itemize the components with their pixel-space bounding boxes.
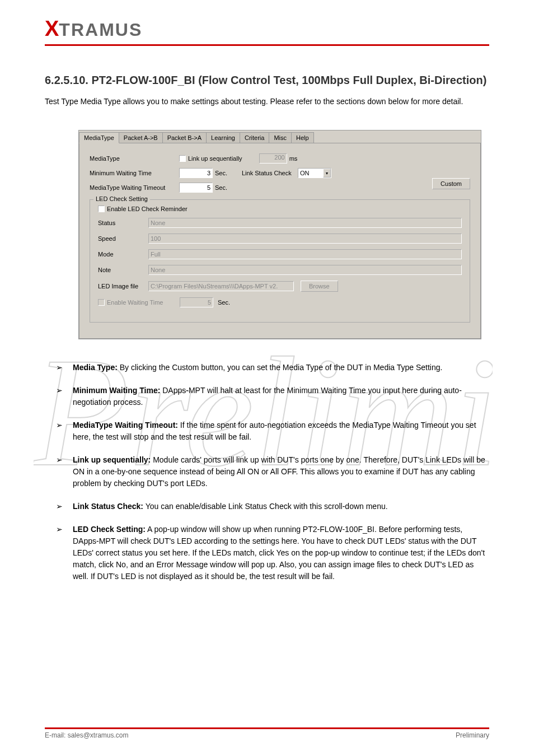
custom-button[interactable]: Custom	[432, 178, 470, 189]
logo: XTRAMUS	[45, 17, 489, 41]
bullet-item: ➢Link up sequentially: Module cards' por…	[56, 454, 489, 489]
status-input	[148, 218, 462, 228]
footer: E-mail: sales@xtramus.com Preliminary	[45, 727, 489, 739]
bullet-item: ➢MediaType Waiting Timeout: If the time …	[56, 419, 489, 443]
bullet-label: Minimum Waiting Time:	[73, 386, 160, 395]
bullet-icon: ➢	[56, 362, 73, 374]
led-check-fieldset: LED Check Setting Enable LED Check Remin…	[90, 199, 470, 323]
mode-input	[148, 249, 462, 259]
enable-led-label: Enable LED Check Reminder	[107, 206, 188, 212]
led-image-label: LED Image file	[98, 283, 148, 290]
bullet-item: ➢Media Type: By clicking the Custom butt…	[56, 362, 489, 374]
header-rule	[45, 44, 489, 46]
footer-right: Preliminary	[456, 731, 489, 739]
bullet-icon: ➢	[56, 501, 73, 512]
bullet-icon: ➢	[56, 454, 73, 489]
speed-input	[148, 234, 462, 244]
min-wait-label: Minimum Waiting Time	[90, 170, 179, 176]
bullet-item: ➢Link Status Check: You can enable/disab…	[56, 501, 489, 512]
footer-rule	[45, 727, 489, 729]
enable-wait-label: Enable Waiting Time	[107, 299, 180, 306]
enable-led-checkbox[interactable]	[98, 206, 105, 212]
tab-packet-ba[interactable]: Packet B->A	[162, 132, 207, 143]
bullet-body: By clicking the Custom button, you can s…	[120, 363, 443, 372]
heading-title: PT2-FLOW-100F_BI (Flow Control Test, 100…	[91, 74, 486, 86]
sec-label-1: Sec.	[215, 170, 237, 176]
tab-help[interactable]: Help	[291, 132, 314, 143]
note-label: Note	[98, 267, 148, 273]
note-input	[148, 265, 462, 275]
heading-num: 6.2.5.10.	[45, 74, 88, 86]
speed-label: Speed	[98, 235, 148, 242]
tab-criteria[interactable]: Criteria	[240, 132, 269, 143]
intro-text: Test Type Media Type allows you to make …	[45, 96, 489, 108]
link-status-select[interactable]: ON ▾	[298, 168, 331, 178]
settings-panel: MediaType Packet A->B Packet B->A Learni…	[78, 130, 481, 339]
logo-rest: TRAMUS	[59, 20, 142, 40]
min-wait-input[interactable]	[179, 168, 213, 178]
footer-left: E-mail: sales@xtramus.com	[45, 731, 129, 739]
link-seq-label: Link up sequentially	[188, 155, 242, 162]
mt-timeout-input[interactable]	[179, 183, 213, 193]
tab-mediatype[interactable]: MediaType	[79, 132, 119, 143]
link-status-label: Link Status Check	[242, 170, 298, 176]
tab-packet-ab[interactable]: Packet A->B	[119, 132, 163, 143]
bullet-label: Link Status Check:	[73, 502, 143, 511]
section-heading: 6.2.5.10. PT2-FLOW-100F_BI (Flow Control…	[45, 74, 489, 87]
link-seq-value[interactable]: 200	[259, 153, 287, 164]
tab-bar: MediaType Packet A->B Packet B->A Learni…	[79, 130, 481, 143]
link-status-value: ON	[300, 170, 310, 176]
tab-body: MediaType Link up sequentially 200 ms Mi…	[79, 143, 481, 339]
bullet-icon: ➢	[56, 419, 73, 443]
bullet-body: You can enable/disable Link Status Check…	[146, 502, 388, 511]
tab-learning[interactable]: Learning	[206, 132, 240, 143]
bullet-label: MediaType Waiting Timeout:	[73, 421, 178, 430]
mode-label: Mode	[98, 251, 148, 258]
tab-misc[interactable]: Misc	[269, 132, 292, 143]
enable-wait-input	[180, 297, 213, 307]
chevron-down-icon: ▾	[323, 169, 331, 178]
mediatype-label: MediaType	[90, 155, 179, 162]
led-image-input	[148, 281, 294, 291]
led-check-legend: LED Check Setting	[93, 195, 150, 202]
bullet-label: Media Type:	[73, 363, 118, 372]
link-seq-checkbox[interactable]	[179, 155, 186, 162]
bullet-label: Link up sequentially:	[73, 455, 151, 464]
logo-x: X	[45, 17, 59, 40]
browse-button[interactable]: Browse	[301, 281, 338, 292]
sec-label-3: Sec.	[218, 299, 230, 306]
mt-timeout-label: MediaType Waiting Timeout	[90, 184, 179, 191]
sec-label-2: Sec.	[215, 184, 227, 191]
bullet-item: ➢LED Check Setting: A pop-up window will…	[56, 524, 489, 582]
bullet-item: ➢Minimum Waiting Time: DApps-MPT will ha…	[56, 385, 489, 408]
bullet-icon: ➢	[56, 524, 73, 582]
status-label: Status	[98, 220, 148, 226]
bullet-list: ➢Media Type: By clicking the Custom butt…	[45, 362, 489, 582]
bullet-icon: ➢	[56, 385, 73, 408]
ms-label: ms	[289, 155, 298, 162]
enable-wait-checkbox	[98, 299, 105, 306]
bullet-label: LED Check Setting:	[73, 525, 146, 534]
